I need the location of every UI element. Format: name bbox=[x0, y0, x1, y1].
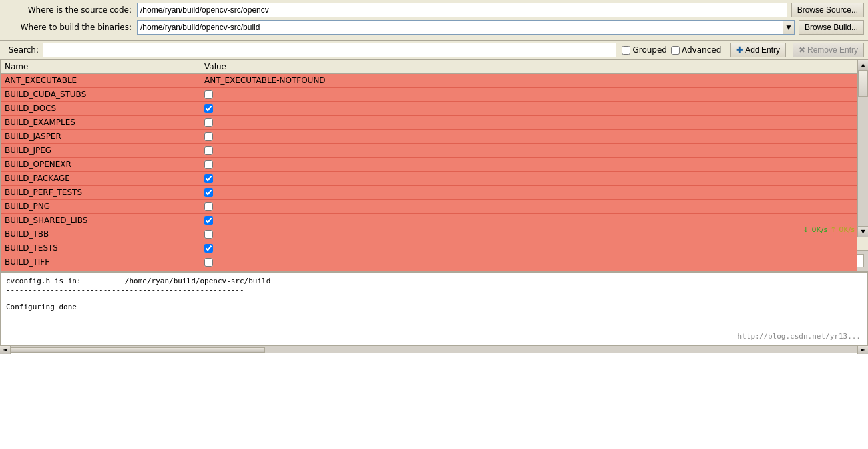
row-checkbox[interactable] bbox=[204, 146, 213, 155]
advanced-label[interactable]: Advanced bbox=[671, 45, 721, 55]
vertical-scrollbar[interactable]: ▲ ▼ bbox=[857, 60, 868, 237]
grouped-label[interactable]: Grouped bbox=[622, 45, 667, 55]
cell-value: ANT_EXECUTABLE-NOTFOUND bbox=[200, 74, 857, 87]
table-row[interactable]: BUILD_TBB bbox=[1, 227, 857, 241]
browse-source-button[interactable]: Browse Source... bbox=[791, 3, 864, 17]
row-checkbox[interactable] bbox=[204, 202, 213, 211]
top-panel: Where is the source code: Browse Source.… bbox=[0, 0, 868, 41]
row-checkbox[interactable] bbox=[204, 104, 213, 113]
log-panel[interactable]: cvconfig.h is in: /home/ryan/build/openc… bbox=[0, 272, 868, 345]
plus-icon: ✚ bbox=[736, 45, 743, 55]
scroll-track[interactable] bbox=[858, 71, 868, 226]
table-row[interactable]: BUILD_TESTS bbox=[1, 241, 857, 255]
build-row: Where to build the binaries: ▼ Browse Bu… bbox=[4, 20, 864, 35]
browse-build-button[interactable]: Browse Build... bbox=[799, 20, 864, 35]
scroll-down-button[interactable]: ▼ bbox=[858, 226, 868, 237]
row-checkbox[interactable] bbox=[204, 188, 213, 197]
cell-name: BUILD_TESTS bbox=[1, 241, 200, 255]
grouped-checkbox[interactable] bbox=[622, 46, 630, 55]
download-speed: 0K/s bbox=[811, 225, 827, 234]
cell-value[interactable] bbox=[200, 172, 857, 185]
cell-value[interactable] bbox=[200, 227, 857, 241]
row-checkbox[interactable] bbox=[204, 244, 213, 253]
search-row: Search: Grouped Advanced ✚ Add Entry ✖ R… bbox=[0, 41, 868, 60]
table-row[interactable]: BUILD_EXAMPLES bbox=[1, 116, 857, 130]
cell-name: ANT_EXECUTABLE bbox=[1, 74, 200, 87]
source-input[interactable] bbox=[137, 3, 787, 17]
table-row[interactable]: BUILD_PACKAGE bbox=[1, 172, 857, 186]
cell-value[interactable] bbox=[200, 116, 857, 129]
col-value-header: Value bbox=[200, 60, 857, 73]
table-row[interactable]: ANT_EXECUTABLEANT_EXECUTABLE-NOTFOUND bbox=[1, 74, 857, 88]
cell-name: BUILD_CUDA_STUBS bbox=[1, 88, 200, 101]
table-row[interactable]: BUILD_PNG bbox=[1, 200, 857, 214]
cell-value[interactable] bbox=[200, 186, 857, 199]
log-line bbox=[6, 294, 862, 303]
table-row[interactable]: BUILD_TIFF bbox=[1, 255, 857, 269]
log-scrollbar-h[interactable]: ◄ ► bbox=[0, 345, 868, 353]
cell-value[interactable] bbox=[200, 200, 857, 213]
row-checkbox[interactable] bbox=[204, 258, 213, 267]
cell-name: BUILD_SHARED_LIBS bbox=[1, 214, 200, 227]
scroll-right-button[interactable]: ► bbox=[857, 346, 868, 354]
table-row[interactable]: BUILD_PERF_TESTS bbox=[1, 186, 857, 200]
up-arrow-icon: ↑ bbox=[830, 225, 836, 234]
row-checkbox[interactable] bbox=[204, 118, 213, 127]
table-row[interactable]: BUILD_JPEG bbox=[1, 144, 857, 158]
cell-value[interactable] bbox=[200, 130, 857, 143]
table-row[interactable]: BUILD_OPENEXR bbox=[1, 158, 857, 172]
cell-name: BUILD_PNG bbox=[1, 200, 200, 213]
log-scroll-thumb[interactable] bbox=[11, 347, 265, 353]
speed-indicator: ↓ 0K/s ↑ 0K/s bbox=[803, 225, 855, 234]
cell-name: BUILD_JPEG bbox=[1, 144, 200, 157]
row-checkbox[interactable] bbox=[204, 230, 213, 239]
table-row[interactable]: BUILD_CUDA_STUBS bbox=[1, 88, 857, 102]
main-window: Where is the source code: Browse Source.… bbox=[0, 0, 868, 449]
col-name-header: Name bbox=[1, 60, 200, 73]
cell-name: BUILD_PERF_TESTS bbox=[1, 186, 200, 199]
search-options: Grouped Advanced ✚ Add Entry ✖ Remove En… bbox=[622, 43, 864, 57]
cell-value[interactable] bbox=[200, 255, 857, 269]
cell-value[interactable] bbox=[200, 88, 857, 101]
cell-value[interactable] bbox=[200, 241, 857, 255]
search-label: Search: bbox=[4, 45, 43, 55]
row-checkbox[interactable] bbox=[204, 174, 213, 183]
table-row[interactable]: BUILD_DOCS bbox=[1, 102, 857, 116]
table-row[interactable]: BUILD_SHARED_LIBS bbox=[1, 214, 857, 227]
log-scroll-track[interactable] bbox=[11, 347, 857, 353]
upload-speed: 0K/s bbox=[839, 225, 855, 234]
log-line: Configuring done bbox=[6, 303, 862, 311]
source-row: Where is the source code: Browse Source.… bbox=[4, 3, 864, 17]
down-arrow-icon: ↓ bbox=[803, 225, 809, 234]
cell-value[interactable] bbox=[200, 102, 857, 115]
log-line: cvconfig.h is in: /home/ryan/build/openc… bbox=[6, 277, 862, 285]
add-entry-label: Add Entry bbox=[745, 45, 780, 55]
log-line: ----------------------------------------… bbox=[6, 285, 862, 294]
scroll-thumb[interactable] bbox=[858, 71, 868, 97]
row-checkbox[interactable] bbox=[204, 132, 213, 141]
remove-entry-label: Remove Entry bbox=[807, 45, 858, 55]
cell-value[interactable] bbox=[200, 144, 857, 157]
search-input[interactable] bbox=[43, 43, 616, 57]
cell-name: BUILD_PACKAGE bbox=[1, 172, 200, 185]
row-checkbox[interactable] bbox=[204, 160, 213, 169]
table-row[interactable]: BUILD_JASPER bbox=[1, 130, 857, 144]
scroll-left-button[interactable]: ◄ bbox=[0, 346, 11, 354]
row-checkbox[interactable] bbox=[204, 90, 213, 99]
row-checkbox[interactable] bbox=[204, 216, 213, 225]
build-input[interactable] bbox=[137, 20, 783, 35]
minus-icon: ✖ bbox=[799, 45, 805, 55]
build-dropdown-arrow[interactable]: ▼ bbox=[783, 20, 795, 35]
advanced-checkbox[interactable] bbox=[671, 46, 680, 55]
log-wrapper: cvconfig.h is in: /home/ryan/build/openc… bbox=[0, 271, 868, 449]
scroll-up-button[interactable]: ▲ bbox=[858, 60, 868, 71]
cell-value[interactable] bbox=[200, 158, 857, 171]
build-label: Where to build the binaries: bbox=[4, 23, 137, 32]
cell-name: BUILD_OPENEXR bbox=[1, 158, 200, 171]
remove-entry-button[interactable]: ✖ Remove Entry bbox=[793, 43, 864, 57]
add-entry-button[interactable]: ✚ Add Entry bbox=[730, 43, 786, 57]
advanced-text: Advanced bbox=[682, 45, 721, 55]
watermark: http://blog.csdn.net/yr13... bbox=[738, 332, 861, 341]
cell-name: BUILD_JASPER bbox=[1, 130, 200, 143]
cell-value[interactable] bbox=[200, 214, 857, 227]
